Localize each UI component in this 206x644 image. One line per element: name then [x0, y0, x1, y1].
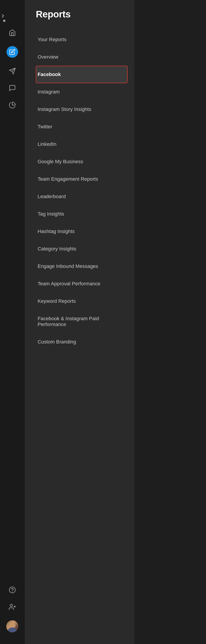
- nav-item-engage-inbound-messages[interactable]: Engage Inbound Messages: [36, 258, 128, 275]
- nav-title: Reports: [36, 9, 134, 20]
- nav-item-team-approval-performance[interactable]: Team Approval Performance: [36, 275, 128, 292]
- add-user-icon[interactable]: [0, 598, 25, 616]
- logo-icon[interactable]: [0, 7, 25, 24]
- nav-item-your-reports[interactable]: Your Reports: [36, 31, 128, 48]
- nav-item-hashtag-insights[interactable]: Hashtag Insights: [36, 223, 128, 240]
- svg-point-4: [10, 604, 13, 607]
- publish-icon[interactable]: [0, 62, 25, 80]
- nav-item-team-engagement-reports[interactable]: Team Engagement Reports: [36, 170, 128, 188]
- sidebar-bottom: [0, 582, 25, 644]
- nav-item-keyword-reports[interactable]: Keyword Reports: [36, 292, 128, 310]
- nav-items: Your ReportsOverviewFacebookInstagramIns…: [36, 31, 134, 350]
- nav-item-custom-branding[interactable]: Custom Branding: [36, 333, 128, 350]
- inbox-icon[interactable]: [0, 80, 25, 96]
- nav-item-linkedin[interactable]: LinkedIn: [36, 136, 128, 153]
- nav-item-category-insights[interactable]: Category Insights: [36, 240, 128, 258]
- analytics-icon[interactable]: [0, 96, 25, 114]
- reports-icon[interactable]: [0, 41, 25, 62]
- nav-item-facebook--instagram-paid-performance[interactable]: Facebook & Instagram Paid Performance: [36, 310, 128, 333]
- nav-item-instagram-story-insights[interactable]: Instagram Story Insights: [36, 100, 128, 118]
- nav-item-twitter[interactable]: Twitter: [36, 118, 128, 136]
- user-avatar[interactable]: [0, 616, 25, 637]
- nav-item-tag-insights[interactable]: Tag Insights: [36, 205, 128, 223]
- home-icon[interactable]: [0, 24, 25, 41]
- help-icon[interactable]: [0, 582, 25, 598]
- nav-item-facebook[interactable]: Facebook: [36, 66, 128, 83]
- content-area: [134, 0, 206, 644]
- svg-point-2: [10, 587, 16, 593]
- nav-item-overview[interactable]: Overview: [36, 48, 128, 66]
- nav-item-google-my-business[interactable]: Google My Business: [36, 153, 128, 170]
- icon-sidebar: [0, 0, 25, 644]
- nav-panel: Reports Your ReportsOverviewFacebookInst…: [25, 0, 134, 644]
- nav-item-instagram[interactable]: Instagram: [36, 83, 128, 100]
- nav-item-leaderboard[interactable]: Leaderboard: [36, 188, 128, 205]
